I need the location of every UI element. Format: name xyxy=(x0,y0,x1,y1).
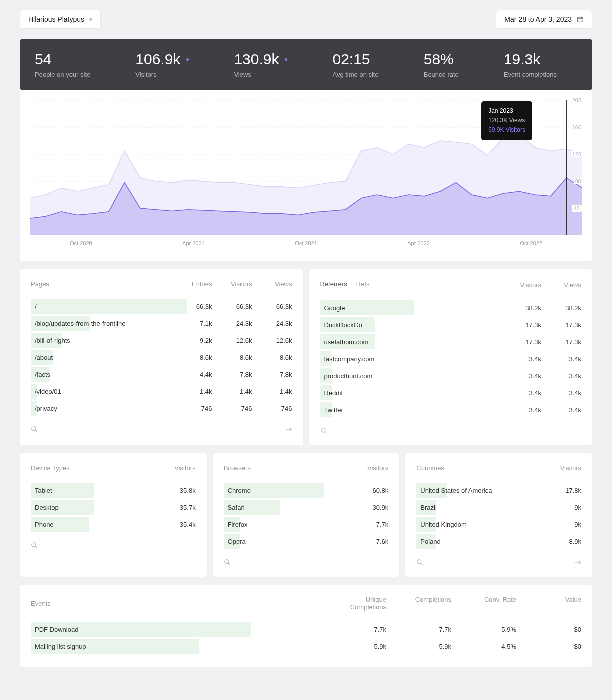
column-header[interactable]: Visitors xyxy=(556,464,581,472)
metric[interactable]: 02:15Avg time on site xyxy=(332,51,378,78)
column-header[interactable]: Completions xyxy=(401,596,451,611)
site-name: Hilarious Platypus xyxy=(28,16,84,24)
table-row[interactable]: /blog/updates-from-the-frontline7.1k24.3… xyxy=(31,316,292,331)
table-row[interactable]: /bill-of-rights9.2k12.6k12.6k xyxy=(31,333,292,348)
table-row[interactable]: DuckDuckGo17.3k17.3k xyxy=(320,318,582,332)
table-row[interactable]: Mailing list signup5.9k5.9k4.5%$0 xyxy=(31,639,581,654)
row-label: Chrome xyxy=(224,487,251,494)
table-row[interactable]: Twitter3.4k3.4k xyxy=(320,402,582,418)
traffic-chart-card: 4080120160200 Jan 2023 120.3K Views 69.9… xyxy=(20,90,592,262)
tooltip-visitors: 69.9K Visitors xyxy=(488,126,525,135)
metric-label: Visitors xyxy=(135,71,189,78)
svg-line-18 xyxy=(228,564,230,566)
cell-value: 12.6k xyxy=(227,337,252,344)
table-row[interactable]: /video/011.4k1.4k1.4k xyxy=(31,384,292,399)
cell-value: 746 xyxy=(227,405,252,412)
table-row[interactable]: /facts4.4k7.8k7.8k xyxy=(31,367,292,382)
table-row[interactable]: Chrome60.8k xyxy=(224,483,389,498)
table-row[interactable]: Desktop35.7k xyxy=(31,500,196,515)
svg-line-14 xyxy=(324,432,326,434)
arrow-right-icon[interactable] xyxy=(285,426,292,433)
y-tick: 120 xyxy=(571,152,582,158)
table-row[interactable]: /about8.6k8.6k8.6k xyxy=(31,350,292,365)
table-row[interactable]: producthunt.com3.4k3.4k xyxy=(320,368,582,384)
metric-value: 02:15 xyxy=(332,51,378,68)
table-row[interactable]: Tablet35.8k xyxy=(31,483,196,498)
row-label: /video/01 xyxy=(31,388,61,396)
metric[interactable]: 58%Bounce rate xyxy=(424,51,459,78)
column-header[interactable]: Entries xyxy=(187,280,212,288)
row-label: Opera xyxy=(224,538,246,546)
cell-value: 3.4k xyxy=(516,406,541,414)
table-row[interactable]: Reddit3.4k3.4k xyxy=(320,386,582,400)
table-row[interactable]: /66.3k66.3k66.3k xyxy=(31,299,292,314)
search-icon[interactable] xyxy=(31,542,38,549)
tab-refs[interactable]: Refs xyxy=(356,280,370,290)
table-row[interactable]: Google38.2k38.2k xyxy=(320,300,582,316)
table-row[interactable]: Opera7.6k xyxy=(224,534,389,549)
cell-value: 66.3k xyxy=(227,303,252,310)
table-row[interactable]: fastcompany.com3.4k3.4k xyxy=(320,352,582,366)
table-row[interactable]: Safari30.9k xyxy=(224,500,389,515)
date-range-picker[interactable]: Mar 28 to Apr 3, 2023 xyxy=(496,10,592,29)
row-label: PDF Download xyxy=(31,626,78,634)
x-tick: Apr 2021 xyxy=(182,240,205,246)
cell-value: 66.3k xyxy=(187,303,212,310)
dot-icon xyxy=(285,58,287,61)
date-range: Mar 28 to Apr 3, 2023 xyxy=(504,16,572,24)
metric[interactable]: 106.9kVisitors xyxy=(135,51,189,78)
card-title: Device Types xyxy=(31,464,70,472)
column-header[interactable]: Unique Completions xyxy=(336,596,386,611)
dot-icon xyxy=(186,58,189,61)
row-label: Reddit xyxy=(320,390,343,397)
metric-value: 19.3k xyxy=(504,51,557,68)
metric[interactable]: 19.3kEvent completions xyxy=(504,51,557,78)
cell-value: 8.6k xyxy=(227,354,252,362)
search-icon[interactable] xyxy=(416,559,423,566)
column-header[interactable]: Visitors xyxy=(171,464,196,472)
column-header[interactable]: Value xyxy=(531,596,581,611)
chart-x-axis: Oct 2020Apr 2021Oct 2021Apr 2022Oct 2022 xyxy=(30,236,582,246)
traffic-chart[interactable]: 4080120160200 Jan 2023 120.3K Views 69.9… xyxy=(30,100,582,236)
table-row[interactable]: /privacy746746746 xyxy=(31,401,292,416)
row-label: Tablet xyxy=(31,487,52,494)
cell-value: 5.9k xyxy=(336,643,386,650)
metric[interactable]: 130.9kViews xyxy=(234,51,287,78)
cell-value: 8.9k xyxy=(556,538,581,546)
column-header[interactable]: Visitors xyxy=(227,280,252,288)
row-label: fastcompany.com xyxy=(320,356,375,363)
cell-value: $0 xyxy=(531,626,581,634)
card-title: Pages xyxy=(31,280,49,288)
metric-value: 58% xyxy=(424,51,459,68)
table-row[interactable]: United Kingdom9k xyxy=(416,517,581,532)
cell-value: 3.4k xyxy=(556,356,581,363)
table-row[interactable]: Poland8.9k xyxy=(416,534,581,549)
search-icon[interactable] xyxy=(31,426,38,433)
arrow-right-icon[interactable] xyxy=(574,559,581,566)
column-header[interactable]: Visitors xyxy=(516,282,541,289)
row-label: /facts xyxy=(31,371,50,378)
tab-referrers[interactable]: Referrers xyxy=(320,280,347,290)
y-tick: 80 xyxy=(574,178,582,184)
cell-value: 7.7k xyxy=(336,626,386,634)
table-row[interactable]: United States of America17.8k xyxy=(416,483,581,498)
column-header[interactable]: Visitors xyxy=(363,464,388,472)
search-icon[interactable] xyxy=(224,559,231,566)
row-label: /blog/updates-from-the-frontline xyxy=(31,320,125,328)
site-selector[interactable]: Hilarious Platypus xyxy=(20,10,101,29)
cell-value: 17.3k xyxy=(516,322,541,329)
search-icon[interactable] xyxy=(320,428,327,434)
svg-point-17 xyxy=(224,560,228,564)
table-row[interactable]: Firefox7.7k xyxy=(224,517,389,532)
column-header[interactable]: Views xyxy=(267,280,292,288)
table-row[interactable]: PDF Download7.7k7.7k5.9%$0 xyxy=(31,622,581,637)
column-header[interactable]: Views xyxy=(556,282,581,289)
cell-value: 7.1k xyxy=(187,320,212,328)
cell-value: 3.4k xyxy=(556,406,581,414)
table-row[interactable]: Phone35.4k xyxy=(31,517,196,532)
table-row[interactable]: usefathom.com17.3k17.3k xyxy=(320,334,582,350)
metric[interactable]: 54People on your site xyxy=(35,51,90,78)
row-label: usefathom.com xyxy=(320,338,369,346)
column-header[interactable]: Conv. Rate xyxy=(466,596,516,611)
table-row[interactable]: Brazil9k xyxy=(416,500,581,515)
